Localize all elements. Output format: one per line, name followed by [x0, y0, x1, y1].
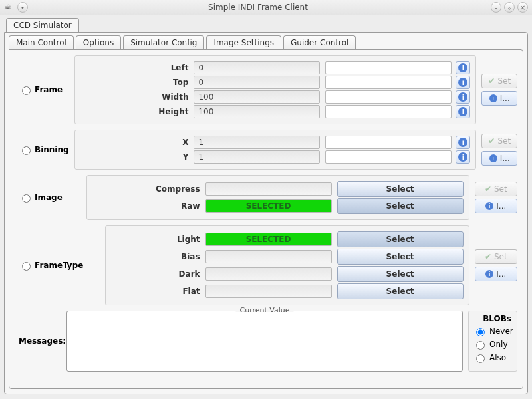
input-y[interactable]	[325, 150, 452, 164]
pin-icon[interactable]: •	[17, 2, 28, 13]
label-frametype: FrameType	[35, 261, 83, 270]
value-height: 100	[194, 105, 320, 118]
label-frame: Frame	[35, 85, 63, 94]
input-x[interactable]	[325, 136, 452, 149]
group-frame: Frame Left0i Top0i Width100i Height100i …	[15, 55, 517, 124]
input-left[interactable]	[325, 61, 452, 74]
label-dark: Dark	[111, 269, 205, 279]
tab-simulator-config[interactable]: Simulator Config	[123, 35, 204, 49]
group-binning: Binning X1i Y1i ✔Set iI...	[15, 130, 517, 170]
messages-fieldset: Current Value	[66, 311, 463, 372]
radio-only[interactable]	[476, 341, 485, 350]
value-dark	[205, 267, 332, 281]
tab-guider-control[interactable]: Guider Control	[283, 35, 356, 49]
label-light: Light	[111, 235, 205, 244]
tab-ccd-simulator[interactable]: CCD Simulator	[6, 18, 79, 32]
label-compress: Compress	[92, 184, 205, 194]
input-height[interactable]	[325, 105, 452, 118]
value-compress	[205, 182, 332, 196]
radio-binning[interactable]	[22, 146, 31, 155]
select-bias-button[interactable]: Select	[337, 249, 464, 265]
value-y: 1	[194, 150, 320, 164]
outer-tabpanel: Main Control Options Simulator Config Im…	[4, 32, 528, 394]
value-top: 0	[194, 76, 320, 89]
value-bias	[205, 250, 332, 263]
outer-tabbar: CCD Simulator	[4, 18, 528, 32]
info-expand-button[interactable]: iI...	[475, 267, 517, 281]
close-button[interactable]: ×	[517, 2, 528, 13]
info-button[interactable]: i	[456, 61, 470, 74]
label-x: X	[80, 138, 194, 147]
label-left: Left	[80, 63, 194, 72]
info-button[interactable]: i	[456, 150, 470, 164]
label-flat: Flat	[111, 287, 205, 296]
select-flat-button[interactable]: Select	[337, 283, 464, 299]
info-button[interactable]: i	[456, 90, 470, 104]
java-icon	[4, 2, 15, 13]
radio-frametype[interactable]	[22, 262, 31, 271]
label-y: Y	[80, 152, 194, 162]
input-width[interactable]	[325, 90, 452, 104]
value-light: SELECTED	[205, 233, 332, 246]
info-button[interactable]: i	[456, 105, 470, 118]
set-button[interactable]: ✔Set	[481, 74, 517, 88]
content: CCD Simulator Main Control Options Simul…	[0, 15, 532, 399]
info-expand-button[interactable]: iI...	[475, 199, 517, 213]
blobs-also[interactable]: Also	[473, 352, 513, 363]
value-left: 0	[194, 61, 320, 74]
group-frametype: FrameType LightSELECTEDSelect BiasSelect…	[15, 225, 517, 305]
label-binning: Binning	[35, 145, 69, 154]
group-image: Image CompressSelect RawSELECTEDSelect ✔…	[15, 175, 517, 220]
value-width: 100	[194, 90, 320, 104]
input-top[interactable]	[325, 76, 452, 89]
set-button[interactable]: ✔Set	[481, 134, 517, 148]
set-button[interactable]: ✔Set	[475, 182, 517, 196]
blobs-never[interactable]: Never	[473, 326, 513, 336]
label-top: Top	[80, 78, 194, 87]
select-raw-button[interactable]: Select	[337, 198, 464, 214]
messages-label: Messages:	[15, 311, 66, 372]
radio-also[interactable]	[476, 354, 485, 363]
blobs-heading: BLOBs	[473, 314, 513, 323]
radio-never[interactable]	[476, 328, 485, 336]
radio-frame[interactable]	[22, 86, 31, 95]
select-dark-button[interactable]: Select	[337, 266, 464, 282]
messages-textarea[interactable]	[68, 312, 462, 370]
titlebar: • Simple INDI Frame Client – ⬦ ×	[0, 0, 532, 15]
tab-options[interactable]: Options	[76, 35, 121, 49]
tab-main-control[interactable]: Main Control	[9, 35, 74, 49]
window-title: Simple INDI Frame Client	[28, 3, 488, 12]
label-image: Image	[35, 193, 63, 202]
info-expand-button[interactable]: iI...	[481, 91, 517, 106]
blobs-only[interactable]: Only	[473, 339, 513, 350]
info-button[interactable]: i	[456, 76, 470, 89]
tab-image-settings[interactable]: Image Settings	[206, 35, 281, 49]
bottom-area: Messages: Current Value BLOBs Never Only…	[15, 311, 517, 372]
panel-image-settings: Frame Left0i Top0i Width100i Height100i …	[9, 49, 523, 389]
radio-image[interactable]	[22, 194, 31, 203]
select-light-button[interactable]: Select	[337, 231, 464, 247]
value-raw: SELECTED	[205, 200, 332, 213]
value-flat	[205, 285, 332, 298]
label-bias: Bias	[111, 252, 205, 261]
minimize-button[interactable]: –	[491, 2, 501, 13]
inner-tabbar: Main Control Options Simulator Config Im…	[9, 35, 523, 49]
label-width: Width	[80, 92, 194, 102]
label-height: Height	[80, 107, 194, 116]
maximize-button[interactable]: ⬦	[504, 2, 515, 13]
select-compress-button[interactable]: Select	[337, 181, 464, 197]
set-button[interactable]: ✔Set	[475, 249, 517, 264]
value-x: 1	[194, 136, 320, 149]
blobs-group: BLOBs Never Only Also	[468, 311, 517, 372]
label-raw: Raw	[92, 201, 205, 211]
info-button[interactable]: i	[456, 136, 470, 149]
info-expand-button[interactable]: iI...	[481, 151, 517, 166]
